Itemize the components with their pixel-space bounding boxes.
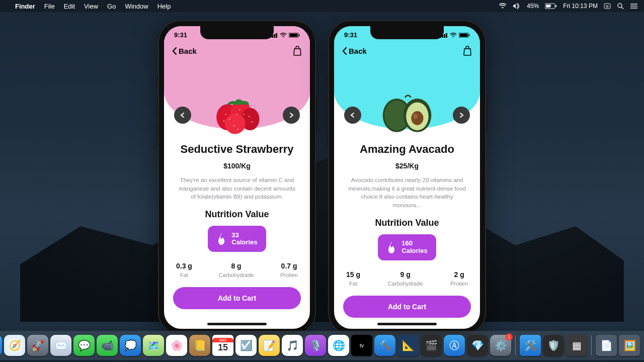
menubar-item-file[interactable]: File [44,3,55,10]
product-image-avocado [374,86,440,137]
dock-app-appletv[interactable]: tv [351,335,372,356]
dock-app-shield[interactable]: 🛡️ [543,335,564,356]
dock-app-preferences[interactable]: ⚙️1 [490,335,511,356]
svg-rect-16 [299,34,300,36]
dock-app-messages[interactable]: 💬 [73,335,95,356]
shopping-bag-icon[interactable] [293,46,302,56]
battery-percent: 45% [527,3,539,10]
dock-folder-1[interactable]: 📄 [596,335,617,356]
dock-app-mail[interactable]: ✉️ [50,335,71,356]
macro-value: 0.7 g [280,262,298,270]
carousel-next-button[interactable] [453,107,470,124]
dock-app-vscode[interactable]: 📐 [397,335,419,356]
product-image-strawberry [204,86,270,137]
carousel-prev-button[interactable] [344,107,361,124]
dock-app-tool[interactable]: 🛠️ [520,335,541,356]
arrow-right-icon [458,112,465,119]
home-indicator[interactable] [377,323,437,325]
dock-app-facetime[interactable]: 📹 [97,335,118,356]
spotlight-icon[interactable] [617,3,624,10]
phone-mockup-strawberry: 9:31 Back [158,20,316,335]
back-label: Back [179,47,197,55]
macro-value: 0.3 g [176,262,192,270]
macro-carb: 9 g Carbohydrade [388,270,423,287]
svg-rect-31 [440,36,441,38]
dock-folder-2[interactable]: 🖼️ [619,335,640,356]
dock-app-contacts[interactable]: 📒 [189,335,210,356]
svg-point-25 [243,114,244,115]
flame-icon [386,241,396,253]
calories-value: 160 [401,240,427,247]
dock-app-notes[interactable]: 📝 [259,335,280,356]
back-label: Back [349,47,367,55]
dock-app-xcode[interactable]: 🔨 [374,335,395,356]
back-button[interactable]: Back [342,47,367,55]
svg-rect-10 [270,36,271,38]
dock-app-editor[interactable]: ▦ [566,335,587,356]
status-time: 9:31 [174,31,187,39]
dock-app-finder[interactable]: 🙂 [0,335,2,356]
svg-point-28 [252,121,253,122]
product-title: Amazing Avacado [343,143,471,156]
menubar-app-name[interactable]: Finder [15,3,35,10]
dock-app-podcasts[interactable]: 🎙️ [305,335,326,356]
menubar-item-go[interactable]: Go [107,3,116,10]
battery-icon [545,3,557,9]
menubar-item-view[interactable]: View [84,3,98,10]
dock-trash[interactable]: 🗑️ [642,335,644,356]
svg-point-5 [618,4,622,8]
chevron-left-icon [172,47,177,55]
macro-label: Fat [176,272,192,278]
carousel-prev-button[interactable] [174,107,191,124]
product-description: Avocodo contributes nearly 20 vitamins a… [343,176,471,210]
svg-point-42 [411,111,423,125]
phone-mockup-avocado: 9:31 Back [328,20,486,335]
back-button[interactable]: Back [172,47,197,55]
control-center-icon[interactable] [630,3,638,9]
carousel-next-button[interactable] [283,107,300,124]
status-time: 9:31 [344,31,357,39]
svg-line-6 [621,7,623,9]
dock-app-chat[interactable]: 💭 [120,335,141,356]
menubar-item-help[interactable]: Help [157,3,171,10]
mac-menubar: Finder File Edit View Go Window Help 45%… [0,0,644,12]
dock-app-reminders[interactable]: ☑️ [235,335,257,356]
macro-label: Fat [346,281,360,287]
arrow-left-icon [179,112,186,119]
svg-rect-37 [469,34,470,36]
dock-app-maps[interactable]: 🗺️ [143,335,164,356]
macro-fat: 15 g Fat [346,270,360,287]
svg-rect-2 [555,5,556,7]
menubar-item-edit[interactable]: Edit [64,3,75,10]
dock-app-photos[interactable]: 🌸 [166,335,187,356]
svg-rect-12 [274,34,275,38]
wifi-icon[interactable] [499,3,507,9]
menubar-clock[interactable]: Fri 10:13 PM [563,3,598,10]
svg-point-22 [229,119,230,120]
shopping-bag-icon[interactable] [463,46,472,56]
macro-label: Protien [450,281,468,287]
siri-icon[interactable]: ⊞ [604,3,611,9]
dock-app-sketch[interactable]: 💎 [467,335,488,356]
dock-app-music[interactable]: 🎵 [282,335,303,356]
dock-app-launchpad[interactable]: 🚀 [27,335,48,356]
dock-app-safari[interactable]: 🧭 [4,335,25,356]
badge-icon: 1 [506,333,513,340]
macro-label: Protien [280,272,298,278]
dock-app-fcp[interactable]: 🎬 [421,335,442,356]
dock-app-calendar[interactable]: MAY15 [212,335,233,356]
dock-app-chrome[interactable]: 🌐 [328,335,349,356]
add-to-cart-button[interactable]: Add to Cart [343,296,471,318]
nutrition-heading: Nutrition Value [173,209,301,220]
macro-protein: 0.7 g Protien [280,262,298,278]
svg-rect-36 [460,33,468,37]
volume-icon[interactable] [513,3,521,9]
add-to-cart-button[interactable]: Add to Cart [173,287,301,309]
dock-app-appstore[interactable]: Ⓐ [444,335,465,356]
svg-point-29 [233,125,234,126]
menubar-item-window[interactable]: Window [125,3,148,10]
macro-value: 15 g [346,270,360,279]
product-price: $25/Kg [343,162,471,170]
dock-separator [515,335,516,355]
home-indicator[interactable] [207,323,267,325]
